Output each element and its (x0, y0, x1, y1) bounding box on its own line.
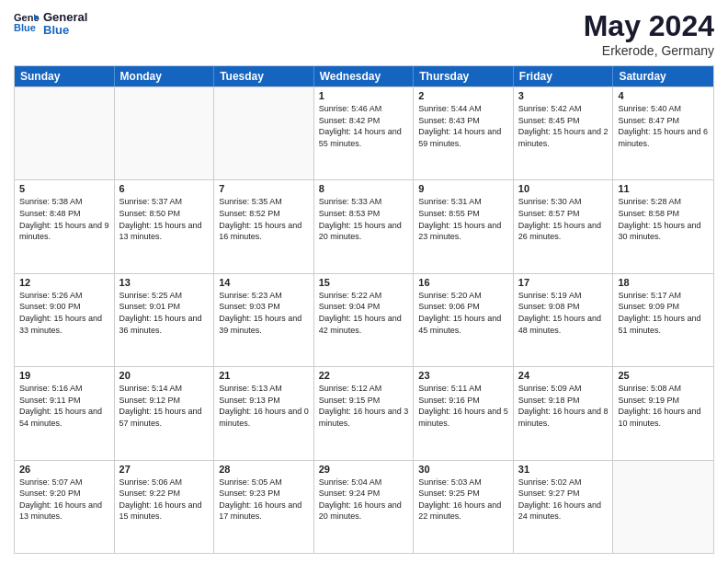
day-number: 29 (319, 464, 409, 475)
day-number: 18 (618, 277, 709, 288)
calendar-row: 19Sunrise: 5:16 AMSunset: 9:11 PMDayligh… (15, 366, 713, 459)
day-info: Sunrise: 5:37 AMSunset: 8:50 PMDaylight:… (119, 196, 210, 242)
calendar-cell: 10Sunrise: 5:30 AMSunset: 8:57 PMDayligh… (514, 180, 614, 272)
calendar-cell: 23Sunrise: 5:11 AMSunset: 9:16 PMDayligh… (414, 367, 514, 459)
day-number: 15 (319, 277, 409, 288)
calendar-cell: 1Sunrise: 5:46 AMSunset: 8:42 PMDaylight… (314, 87, 415, 179)
calendar-cell: 3Sunrise: 5:42 AMSunset: 8:45 PMDaylight… (514, 87, 614, 179)
calendar-cell: 4Sunrise: 5:40 AMSunset: 8:47 PMDaylight… (613, 87, 713, 179)
day-number: 19 (19, 370, 109, 381)
calendar-row: 12Sunrise: 5:26 AMSunset: 9:00 PMDayligh… (15, 273, 713, 366)
day-of-week-wednesday: Wednesday (314, 66, 415, 86)
day-info: Sunrise: 5:23 AMSunset: 9:03 PMDaylight:… (219, 290, 309, 336)
day-of-week-friday: Friday (514, 66, 614, 86)
day-number: 9 (418, 183, 508, 194)
day-info: Sunrise: 5:25 AMSunset: 9:01 PMDaylight:… (119, 290, 210, 336)
day-info: Sunrise: 5:05 AMSunset: 9:23 PMDaylight:… (219, 477, 309, 523)
calendar-cell (115, 87, 215, 179)
day-number: 31 (518, 464, 609, 475)
day-info: Sunrise: 5:07 AMSunset: 9:20 PMDaylight:… (19, 477, 109, 523)
day-info: Sunrise: 5:28 AMSunset: 8:58 PMDaylight:… (618, 196, 709, 242)
logo: General Blue General Blue (14, 9, 87, 38)
day-info: Sunrise: 5:06 AMSunset: 9:22 PMDaylight:… (119, 477, 210, 523)
calendar: SundayMondayTuesdayWednesdayThursdayFrid… (14, 65, 714, 554)
day-info: Sunrise: 5:46 AMSunset: 8:42 PMDaylight:… (319, 103, 409, 149)
day-number: 30 (418, 464, 508, 475)
day-info: Sunrise: 5:22 AMSunset: 9:04 PMDaylight:… (319, 290, 409, 336)
day-info: Sunrise: 5:13 AMSunset: 9:13 PMDaylight:… (219, 383, 309, 429)
calendar-body: 1Sunrise: 5:46 AMSunset: 8:42 PMDaylight… (15, 86, 713, 553)
day-info: Sunrise: 5:30 AMSunset: 8:57 PMDaylight:… (518, 196, 609, 242)
day-info: Sunrise: 5:11 AMSunset: 9:16 PMDaylight:… (418, 383, 508, 429)
calendar-cell: 27Sunrise: 5:06 AMSunset: 9:22 PMDayligh… (115, 461, 215, 553)
logo-icon: General Blue (14, 10, 40, 36)
day-info: Sunrise: 5:16 AMSunset: 9:11 PMDaylight:… (19, 383, 109, 429)
calendar-cell: 21Sunrise: 5:13 AMSunset: 9:13 PMDayligh… (214, 367, 314, 459)
day-info: Sunrise: 5:02 AMSunset: 9:27 PMDaylight:… (518, 477, 609, 523)
day-number: 5 (19, 183, 109, 194)
day-info: Sunrise: 5:09 AMSunset: 9:18 PMDaylight:… (518, 383, 609, 429)
calendar-cell: 30Sunrise: 5:03 AMSunset: 9:25 PMDayligh… (414, 461, 514, 553)
day-info: Sunrise: 5:40 AMSunset: 8:47 PMDaylight:… (618, 103, 709, 149)
day-number: 12 (19, 277, 109, 288)
calendar-cell (214, 87, 314, 179)
calendar-cell: 8Sunrise: 5:33 AMSunset: 8:53 PMDaylight… (314, 180, 415, 272)
day-number: 26 (19, 464, 109, 475)
calendar-cell: 16Sunrise: 5:20 AMSunset: 9:06 PMDayligh… (414, 274, 514, 366)
month-title: May 2024 (584, 9, 714, 43)
day-number: 27 (119, 464, 210, 475)
calendar-cell: 20Sunrise: 5:14 AMSunset: 9:12 PMDayligh… (115, 367, 215, 459)
location: Erkerode, Germany (584, 43, 714, 58)
calendar-cell: 28Sunrise: 5:05 AMSunset: 9:23 PMDayligh… (214, 461, 314, 553)
day-of-week-sunday: Sunday (15, 66, 115, 86)
day-number: 16 (418, 277, 508, 288)
day-info: Sunrise: 5:03 AMSunset: 9:25 PMDaylight:… (418, 477, 508, 523)
day-info: Sunrise: 5:26 AMSunset: 9:00 PMDaylight:… (19, 290, 109, 336)
day-of-week-monday: Monday (115, 66, 215, 86)
day-info: Sunrise: 5:31 AMSunset: 8:55 PMDaylight:… (418, 196, 508, 242)
title-block: May 2024 Erkerode, Germany (584, 9, 714, 58)
calendar-cell: 2Sunrise: 5:44 AMSunset: 8:43 PMDaylight… (414, 87, 514, 179)
calendar-cell: 12Sunrise: 5:26 AMSunset: 9:00 PMDayligh… (15, 274, 115, 366)
calendar-cell: 24Sunrise: 5:09 AMSunset: 9:18 PMDayligh… (514, 367, 614, 459)
calendar-row: 1Sunrise: 5:46 AMSunset: 8:42 PMDaylight… (15, 86, 713, 179)
calendar-cell: 17Sunrise: 5:19 AMSunset: 9:08 PMDayligh… (514, 274, 614, 366)
logo-text-blue: Blue (43, 24, 87, 37)
day-of-week-thursday: Thursday (414, 66, 514, 86)
calendar-row: 5Sunrise: 5:38 AMSunset: 8:48 PMDaylight… (15, 179, 713, 272)
day-number: 23 (418, 370, 508, 381)
day-number: 28 (219, 464, 309, 475)
calendar-cell: 9Sunrise: 5:31 AMSunset: 8:55 PMDaylight… (414, 180, 514, 272)
svg-text:Blue: Blue (14, 22, 36, 33)
day-number: 2 (418, 90, 508, 101)
day-number: 25 (618, 370, 709, 381)
calendar-cell: 11Sunrise: 5:28 AMSunset: 8:58 PMDayligh… (613, 180, 713, 272)
calendar-cell: 15Sunrise: 5:22 AMSunset: 9:04 PMDayligh… (314, 274, 415, 366)
calendar-cell: 29Sunrise: 5:04 AMSunset: 9:24 PMDayligh… (314, 461, 415, 553)
calendar-cell: 13Sunrise: 5:25 AMSunset: 9:01 PMDayligh… (115, 274, 215, 366)
day-number: 6 (119, 183, 210, 194)
day-info: Sunrise: 5:04 AMSunset: 9:24 PMDaylight:… (319, 477, 409, 523)
day-number: 11 (618, 183, 709, 194)
day-info: Sunrise: 5:20 AMSunset: 9:06 PMDaylight:… (418, 290, 508, 336)
day-number: 22 (319, 370, 409, 381)
day-of-week-tuesday: Tuesday (214, 66, 314, 86)
day-number: 8 (319, 183, 409, 194)
day-number: 17 (518, 277, 609, 288)
day-info: Sunrise: 5:35 AMSunset: 8:52 PMDaylight:… (219, 196, 309, 242)
day-number: 14 (219, 277, 309, 288)
day-number: 10 (518, 183, 609, 194)
calendar-row: 26Sunrise: 5:07 AMSunset: 9:20 PMDayligh… (15, 460, 713, 553)
calendar-cell: 6Sunrise: 5:37 AMSunset: 8:50 PMDaylight… (115, 180, 215, 272)
calendar-cell (613, 461, 713, 553)
calendar-cell: 14Sunrise: 5:23 AMSunset: 9:03 PMDayligh… (214, 274, 314, 366)
calendar-cell: 18Sunrise: 5:17 AMSunset: 9:09 PMDayligh… (613, 274, 713, 366)
day-number: 20 (119, 370, 210, 381)
day-number: 4 (618, 90, 709, 101)
day-info: Sunrise: 5:14 AMSunset: 9:12 PMDaylight:… (119, 383, 210, 429)
calendar-cell: 26Sunrise: 5:07 AMSunset: 9:20 PMDayligh… (15, 461, 115, 553)
calendar-cell: 5Sunrise: 5:38 AMSunset: 8:48 PMDaylight… (15, 180, 115, 272)
day-info: Sunrise: 5:19 AMSunset: 9:08 PMDaylight:… (518, 290, 609, 336)
calendar-header: SundayMondayTuesdayWednesdayThursdayFrid… (15, 66, 713, 86)
day-info: Sunrise: 5:17 AMSunset: 9:09 PMDaylight:… (618, 290, 709, 336)
